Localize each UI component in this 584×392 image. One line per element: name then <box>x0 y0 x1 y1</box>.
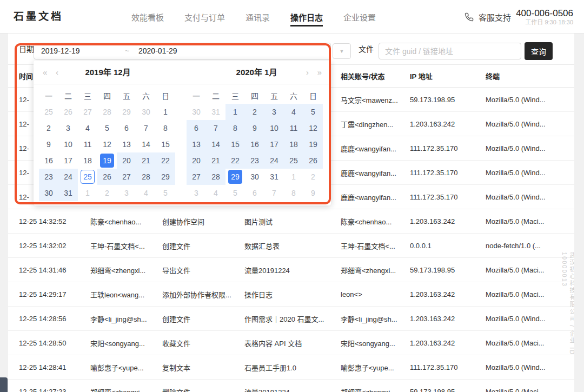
calendar-day-cell[interactable]: 27 <box>117 169 136 185</box>
calendar-day-cell[interactable]: 1 <box>225 104 245 120</box>
calendar-day-cell[interactable]: 24 <box>264 152 284 169</box>
date-preset-select[interactable]: ▼ <box>333 43 351 59</box>
calendar-day-cell[interactable]: 30 <box>39 185 58 201</box>
calendar-day-cell[interactable]: 9 <box>245 120 264 136</box>
calendar-day-cell[interactable]: 7 <box>206 120 225 136</box>
calendar-day-cell[interactable]: 24 <box>58 169 78 185</box>
calendar-day-cell[interactable]: 16 <box>245 136 264 152</box>
cell-terminal: Mozilla/5.0 (Wind... <box>486 120 574 128</box>
calendar-day-cell[interactable]: 3 <box>117 185 136 201</box>
calendar-day-cell[interactable]: 11 <box>284 120 303 136</box>
calendar-day-cell[interactable]: 3 <box>58 120 78 136</box>
calendar-day-cell[interactable]: 18 <box>284 136 303 152</box>
calendar-day-cell[interactable]: 4 <box>206 185 225 201</box>
calendar-day-cell[interactable]: 6 <box>117 120 136 136</box>
calendar-day-cell[interactable]: 6 <box>187 120 206 136</box>
calendar-day-cell[interactable]: 25 <box>284 152 303 169</box>
calendar-day-cell[interactable]: 31 <box>264 169 284 185</box>
calendar-day-cell[interactable]: 7 <box>136 120 156 136</box>
calendar-day-cell[interactable]: 26 <box>58 104 78 120</box>
calendar-day-cell[interactable]: 2 <box>245 104 264 120</box>
nav-tab-kanban[interactable]: 效能看板 <box>131 0 164 34</box>
calendar-day-cell[interactable]: 8 <box>225 120 245 136</box>
calendar-day-cell[interactable]: 22 <box>156 152 175 169</box>
calendar-day-cell[interactable]: 11 <box>78 136 97 152</box>
calendar-day-cell[interactable]: 28 <box>97 104 117 120</box>
calendar-day-cell[interactable]: 28 <box>136 169 156 185</box>
calendar-day-cell[interactable]: 27 <box>78 104 97 120</box>
calendar-day-cell[interactable]: 14 <box>136 136 156 152</box>
calendar-day-cell[interactable]: 10 <box>58 136 78 152</box>
date-start-value[interactable]: 2019-12-19 <box>41 43 80 59</box>
nav-tab-oplog[interactable]: 操作日志 <box>290 0 323 34</box>
calendar-day-cell[interactable]: 8 <box>284 185 303 201</box>
calendar-day-range-start[interactable]: 19 <box>97 152 117 169</box>
query-button[interactable]: 查询 <box>525 42 553 60</box>
calendar-day-cell[interactable]: 31 <box>206 104 225 120</box>
calendar-day-cell[interactable]: 13 <box>187 136 206 152</box>
calendar-day-cell[interactable]: 4 <box>284 104 303 120</box>
calendar-day-cell[interactable]: 13 <box>117 136 136 152</box>
calendar-day-cell[interactable]: 9 <box>303 185 323 201</box>
calendar-day-cell[interactable]: 4 <box>78 120 97 136</box>
calendar-day-cell[interactable]: 15 <box>225 136 245 152</box>
calendar-day-cell[interactable]: 26 <box>303 152 323 169</box>
calendar-day-cell[interactable]: 28 <box>206 169 225 185</box>
calendar-day-cell[interactable]: 20 <box>187 152 206 169</box>
calendar-day-cell[interactable]: 29 <box>156 169 175 185</box>
calendar-day-cell[interactable]: 17 <box>58 152 78 169</box>
calendar-day-cell[interactable]: 7 <box>264 185 284 201</box>
nav-tab-contacts[interactable]: 通讯录 <box>245 0 270 34</box>
nav-tab-payment[interactable]: 支付与订单 <box>184 0 225 34</box>
calendar-day-cell[interactable]: 5 <box>225 185 245 201</box>
next-month-icon[interactable]: › <box>306 61 309 84</box>
file-guid-input[interactable] <box>379 43 521 59</box>
calendar-day-cell[interactable]: 5 <box>97 120 117 136</box>
cell-target: 表格内容 API 文档 <box>244 338 341 348</box>
calendar-day-cell[interactable]: 3 <box>264 104 284 120</box>
calendar-day-cell[interactable]: 9 <box>39 136 58 152</box>
calendar-day-cell[interactable]: 18 <box>78 152 97 169</box>
calendar-day-cell[interactable]: 14 <box>206 136 225 152</box>
next-year-icon[interactable]: » <box>317 61 322 84</box>
calendar-day-cell[interactable]: 5 <box>303 104 323 120</box>
calendar-day-cell[interactable]: 2 <box>97 185 117 201</box>
calendar-day-cell[interactable]: 10 <box>264 120 284 136</box>
nav-tab-settings[interactable]: 企业设置 <box>343 0 376 34</box>
calendar-day-cell[interactable]: 1 <box>284 169 303 185</box>
calendar-day-cell[interactable]: 1 <box>156 104 175 120</box>
calendar-day-cell[interactable]: 2 <box>303 169 323 185</box>
calendar-day-cell[interactable]: 4 <box>136 185 156 201</box>
calendar-day-today[interactable]: 25 <box>78 169 97 185</box>
date-end-value[interactable]: 2020-01-29 <box>138 43 177 59</box>
calendar-day-cell[interactable]: 31 <box>58 185 78 201</box>
calendar-day-cell[interactable]: 19 <box>303 136 323 152</box>
calendar-day-cell[interactable]: 16 <box>39 152 58 169</box>
calendar-day-cell[interactable]: 3 <box>187 185 206 201</box>
date-range-input[interactable]: 2019-12-19 ~ 2020-01-29 <box>34 43 331 59</box>
calendar-day-cell[interactable]: 5 <box>156 185 175 201</box>
calendar-day-cell[interactable]: 15 <box>156 136 175 152</box>
calendar-day-cell[interactable]: 12 <box>303 120 323 136</box>
calendar-day-cell[interactable]: 29 <box>117 104 136 120</box>
calendar-day-range-end[interactable]: 29 <box>225 169 245 185</box>
calendar-day-cell[interactable]: 22 <box>225 152 245 169</box>
calendar-day-cell[interactable]: 23 <box>39 169 58 185</box>
calendar-day-cell[interactable]: 6 <box>245 185 264 201</box>
calendar-day-cell[interactable]: 8 <box>156 120 175 136</box>
calendar-day-cell[interactable]: 21 <box>206 152 225 169</box>
calendar-day-cell[interactable]: 17 <box>264 136 284 152</box>
calendar-day-cell[interactable]: 21 <box>136 152 156 169</box>
calendar-day-cell[interactable]: 27 <box>187 169 206 185</box>
calendar-day-cell[interactable]: 30 <box>245 169 264 185</box>
calendar-day-cell[interactable]: 23 <box>245 152 264 169</box>
calendar-day-cell[interactable]: 20 <box>117 152 136 169</box>
calendar-day-cell[interactable]: 30 <box>187 104 206 120</box>
cell-target: 操作日志 <box>244 289 341 300</box>
calendar-day-cell[interactable]: 2 <box>39 120 58 136</box>
calendar-day-cell[interactable]: 26 <box>97 169 117 185</box>
calendar-day-cell[interactable]: 12 <box>97 136 117 152</box>
calendar-day-cell[interactable]: 1 <box>78 185 97 201</box>
calendar-day-cell[interactable]: 30 <box>136 104 156 120</box>
calendar-day-cell[interactable]: 25 <box>39 104 58 120</box>
